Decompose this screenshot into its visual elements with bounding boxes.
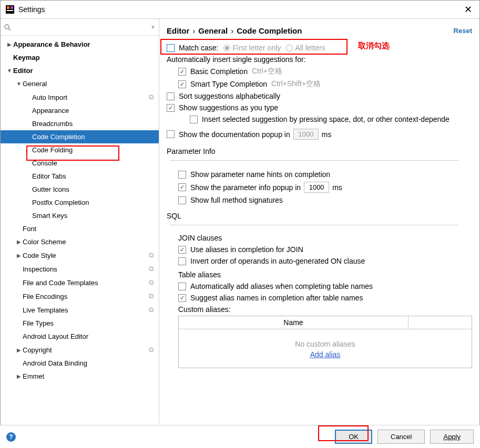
reset-link[interactable]: Reset bbox=[454, 27, 472, 35]
tree-item-inspections[interactable]: Inspections⧉ bbox=[1, 262, 159, 276]
tree-item-label: Emmet bbox=[23, 372, 44, 380]
chevron-icon: ▶ bbox=[15, 239, 23, 245]
invert-order-label: Invert order of operands in auto-generat… bbox=[190, 257, 365, 265]
tree-item-label: Font bbox=[23, 225, 36, 233]
tree-item-label: Console bbox=[32, 159, 57, 167]
param-hints-label: Show parameter name hints on completion bbox=[190, 170, 330, 179]
smart-completion-checkbox[interactable] bbox=[178, 80, 186, 88]
smart-completion-label: Smart Type Completion bbox=[190, 80, 267, 88]
tree-item-label: Inspections bbox=[23, 265, 57, 273]
full-method-checkbox[interactable] bbox=[178, 196, 186, 204]
sidebar: ▼ ▶Appearance & BehaviorKeymap▼Editor▼Ge… bbox=[1, 19, 159, 423]
param-hints-checkbox[interactable] bbox=[178, 171, 186, 179]
sql-heading: SQL bbox=[167, 212, 472, 228]
table-col2 bbox=[408, 316, 472, 329]
show-as-type-label: Show suggestions as you type bbox=[179, 103, 278, 112]
tree-item-file-encodings[interactable]: File Encodings⧉ bbox=[1, 289, 159, 303]
apply-button[interactable]: Apply bbox=[430, 430, 474, 444]
tree-item-console[interactable]: Console bbox=[1, 157, 159, 170]
tree-item-postfix-completion[interactable]: Postfix Completion bbox=[1, 196, 159, 209]
app-icon bbox=[6, 5, 14, 14]
dropdown-icon[interactable]: ▼ bbox=[150, 24, 156, 30]
show-doc-checkbox[interactable] bbox=[167, 130, 175, 138]
join-heading: JOIN clauses bbox=[178, 234, 472, 242]
invert-order-checkbox[interactable] bbox=[178, 257, 186, 265]
show-doc-label: Show the documentation popup in bbox=[179, 130, 290, 139]
param-popup-input[interactable] bbox=[304, 182, 329, 193]
titlebar: Settings ✕ bbox=[1, 1, 479, 19]
first-letter-radio[interactable] bbox=[223, 45, 230, 51]
tree-item-label: Auto Import bbox=[32, 93, 67, 101]
scope-icon: ⧉ bbox=[149, 265, 156, 273]
scope-icon: ⧉ bbox=[149, 346, 156, 354]
tree-item-label: Editor bbox=[13, 67, 33, 75]
custom-aliases-label: Custom aliases: bbox=[178, 305, 472, 314]
tree-item-label: Live Templates bbox=[23, 306, 68, 314]
basic-completion-label: Basic Completion bbox=[190, 67, 248, 76]
ok-button[interactable]: OK bbox=[335, 430, 372, 444]
tree-item-code-completion[interactable]: Code Completion bbox=[1, 130, 159, 143]
tree-item-general[interactable]: ▼General bbox=[1, 77, 159, 90]
svg-rect-1 bbox=[7, 6, 9, 9]
tree-item-label: Postfix Completion bbox=[32, 199, 89, 206]
all-letters-radio[interactable] bbox=[286, 45, 293, 51]
tree-item-file-types[interactable]: File Types bbox=[1, 317, 159, 330]
tree-item-label: Android Data Binding bbox=[23, 359, 87, 367]
tree-item-appearance-behavior[interactable]: ▶Appearance & Behavior bbox=[1, 38, 159, 51]
sort-checkbox[interactable] bbox=[167, 92, 175, 100]
tree-item-code-folding[interactable]: Code Folding bbox=[1, 143, 159, 157]
chevron-icon: ▶ bbox=[15, 253, 23, 258]
svg-point-4 bbox=[5, 25, 9, 29]
search-input[interactable] bbox=[13, 21, 150, 33]
suggest-alias-checkbox[interactable] bbox=[178, 294, 186, 302]
tree-item-appearance[interactable]: Appearance bbox=[1, 104, 159, 117]
tree-item-android-layout-editor[interactable]: Android Layout Editor bbox=[1, 330, 159, 343]
help-icon[interactable]: ? bbox=[6, 432, 16, 442]
tree-item-keymap[interactable]: Keymap bbox=[1, 51, 159, 64]
tree-item-file-and-code-templates[interactable]: File and Code Templates⧉ bbox=[1, 276, 159, 289]
insert-selected-label: Insert selected suggestion by pressing s… bbox=[202, 115, 450, 123]
match-case-checkbox[interactable] bbox=[167, 44, 175, 52]
tree-item-label: Code Folding bbox=[32, 146, 73, 154]
auto-add-checkbox[interactable] bbox=[178, 283, 186, 290]
tree-item-smart-keys[interactable]: Smart Keys bbox=[1, 209, 159, 222]
show-doc-input[interactable] bbox=[293, 129, 319, 140]
tree-item-live-templates[interactable]: Live Templates⧉ bbox=[1, 303, 159, 317]
svg-line-5 bbox=[8, 28, 11, 30]
table-aliases-heading: Table aliases bbox=[178, 270, 472, 279]
search-icon bbox=[4, 24, 11, 31]
use-aliases-checkbox[interactable] bbox=[178, 246, 186, 254]
full-method-label: Show full method signatures bbox=[190, 196, 283, 204]
param-popup-checkbox[interactable] bbox=[178, 183, 186, 191]
tree-item-label: Code Completion bbox=[32, 133, 85, 141]
add-alias-link[interactable]: Add alias bbox=[179, 350, 472, 362]
tree-item-font[interactable]: Font bbox=[1, 222, 159, 235]
tree-item-editor[interactable]: ▼Editor bbox=[1, 64, 159, 77]
tree-item-color-scheme[interactable]: ▶Color Scheme bbox=[1, 235, 159, 248]
content-panel: Editor›General›Code Completion Reset Mat… bbox=[159, 19, 479, 423]
tree-item-label: Copyright bbox=[23, 346, 52, 354]
tree-item-emmet[interactable]: ▶Emmet bbox=[1, 370, 159, 383]
tree-item-gutter-icons[interactable]: Gutter Icons bbox=[1, 183, 159, 196]
use-aliases-label: Use aliases in completion for JOIN bbox=[190, 245, 303, 254]
tree-item-editor-tabs[interactable]: Editor Tabs bbox=[1, 170, 159, 183]
ms-label: ms bbox=[322, 130, 332, 139]
basic-completion-checkbox[interactable] bbox=[178, 68, 186, 76]
tree-item-auto-import[interactable]: Auto Import⧉ bbox=[1, 90, 159, 104]
tree-item-label: Gutter Icons bbox=[32, 185, 69, 193]
insert-selected-checkbox[interactable] bbox=[190, 116, 198, 123]
tree-item-label: Android Layout Editor bbox=[23, 332, 88, 340]
tree-item-android-data-binding[interactable]: Android Data Binding bbox=[1, 357, 159, 370]
all-letters-label: All letters bbox=[295, 44, 325, 52]
tree-item-code-style[interactable]: ▶Code Style⧉ bbox=[1, 248, 159, 262]
tree-item-label: Smart Keys bbox=[32, 212, 67, 220]
close-icon[interactable]: ✕ bbox=[462, 4, 474, 15]
tree-item-copyright[interactable]: ▶Copyright⧉ bbox=[1, 343, 159, 357]
footer: ? OK Cancel Apply bbox=[0, 425, 480, 448]
tree-item-breadcrumbs[interactable]: Breadcrumbs bbox=[1, 117, 159, 130]
chevron-icon: ▶ bbox=[15, 347, 23, 353]
show-as-type-checkbox[interactable] bbox=[167, 104, 175, 112]
cancel-button[interactable]: Cancel bbox=[377, 430, 425, 444]
tree-item-label: Appearance & Behavior bbox=[13, 40, 90, 48]
no-custom-label: No custom aliases bbox=[179, 329, 472, 350]
